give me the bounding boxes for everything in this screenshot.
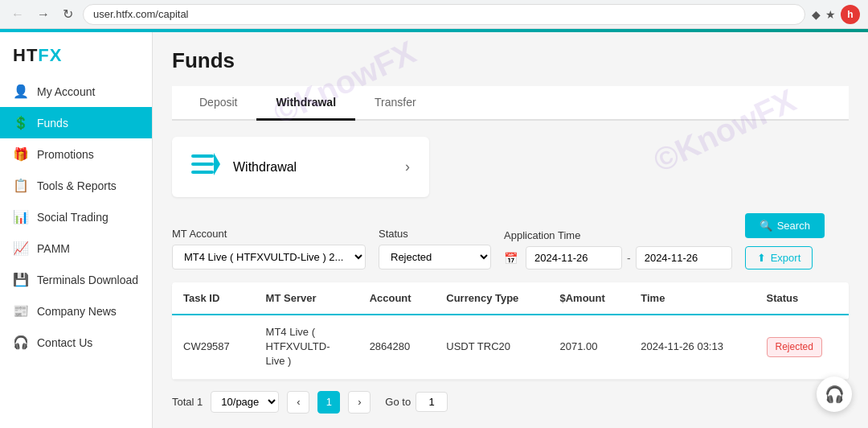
cell-mt-server: MT4 Live (HTFXVULTD-Live ) [255, 315, 358, 379]
sidebar-item-social-trading[interactable]: 📊 Social Trading [0, 201, 152, 233]
mt-account-filter: MT Account MT4 Live ( HTFXVULTD-Live ) 2… [172, 228, 366, 270]
goto-section: Go to [385, 392, 448, 412]
col-task-id: Task ID [172, 282, 255, 315]
sidebar-item-my-account[interactable]: 👤 My Account [0, 76, 152, 107]
reload-button[interactable]: ↻ [59, 3, 76, 25]
cell-time: 2024-11-26 03:13 [629, 315, 755, 379]
cell-amount: 2071.00 [548, 315, 629, 379]
withdrawal-card[interactable]: Withdrawal › [172, 137, 429, 197]
filter-row: MT Account MT4 Live ( HTFXVULTD-Live ) 2… [172, 213, 849, 270]
per-page-select[interactable]: 10/page [211, 391, 279, 413]
date-from-input[interactable] [526, 246, 622, 270]
forward-button[interactable]: → [34, 4, 53, 25]
sidebar-item-pamm[interactable]: 📈 PAMM [0, 233, 152, 264]
funds-icon: 💲 [13, 115, 29, 130]
svg-rect-0 [191, 154, 214, 158]
sidebar-item-funds[interactable]: 💲 Funds [0, 107, 152, 138]
prev-page-button[interactable]: ‹ [287, 391, 309, 414]
col-status: Status [755, 282, 849, 315]
avatar: h [841, 5, 860, 24]
status-label: Status [379, 228, 491, 240]
browser-actions: ◆ ★ h [812, 5, 860, 24]
date-to-input[interactable] [636, 246, 732, 270]
main-content: ©KnowFX ©KnowFX Funds Deposit Withdrawal… [153, 32, 868, 428]
sidebar: HTFX 👤 My Account 💲 Funds 🎁 Promotions 📋… [0, 32, 153, 428]
my-account-icon: 👤 [13, 84, 29, 99]
svg-rect-2 [191, 171, 214, 174]
cell-task-id: CW29587 [172, 315, 255, 379]
page-title: Funds [172, 48, 849, 73]
back-button[interactable]: ← [8, 4, 27, 25]
application-time-label: Application Time [504, 229, 732, 241]
table-row: CW29587 MT4 Live (HTFXVULTD-Live ) 28642… [172, 315, 849, 379]
social-trading-icon: 📊 [13, 209, 29, 224]
status-filter: Status Rejected [379, 228, 491, 270]
col-time: Time [629, 282, 755, 315]
date-range: 📅 - [504, 246, 732, 270]
export-icon: ⬆ [757, 252, 766, 264]
data-table-wrapper: Task ID MT Server Account Currency Type … [172, 282, 849, 380]
url-bar[interactable]: user.htfx.com/capital [83, 4, 805, 25]
tab-deposit[interactable]: Deposit [180, 86, 256, 121]
filter-actions: 🔍 Search ⬆ Export [745, 213, 825, 270]
promotions-icon: 🎁 [13, 146, 29, 162]
main-layout: HTFX 👤 My Account 💲 Funds 🎁 Promotions 📋… [0, 32, 868, 428]
company-news-icon: 📰 [13, 303, 29, 319]
goto-label: Go to [385, 396, 411, 408]
tabs-bar: Deposit Withdrawal Transfer [172, 86, 849, 121]
tab-transfer[interactable]: Transfer [355, 86, 436, 121]
next-page-button[interactable]: › [348, 391, 371, 414]
svg-rect-1 [191, 163, 214, 166]
data-table: Task ID MT Server Account Currency Type … [172, 282, 849, 380]
svg-marker-3 [214, 153, 220, 175]
withdrawal-card-icon [191, 153, 220, 181]
col-amount: $Amount [548, 282, 629, 315]
page-1-button[interactable]: 1 [317, 391, 340, 414]
tools-reports-icon: 📋 [13, 178, 29, 193]
sidebar-item-contact-us[interactable]: 🎧 Contact Us [0, 327, 152, 358]
total-label: Total 1 [172, 396, 203, 408]
mt-account-select[interactable]: MT4 Live ( HTFXVULTD-Live ) 2... [172, 245, 366, 270]
goto-input[interactable] [416, 392, 448, 412]
cell-status: Rejected [755, 315, 849, 379]
cell-account: 2864280 [358, 315, 436, 379]
search-button[interactable]: 🔍 Search [745, 213, 825, 238]
pagination-row: Total 1 10/page ‹ 1 › Go to [172, 380, 849, 425]
search-icon: 🔍 [760, 220, 772, 232]
terminals-download-icon: 💾 [13, 272, 29, 287]
col-account: Account [358, 282, 436, 315]
col-currency-type: Currency Type [435, 282, 548, 315]
status-select[interactable]: Rejected [379, 245, 491, 270]
content-inner: ©KnowFX ©KnowFX Funds Deposit Withdrawal… [172, 48, 849, 425]
pamm-icon: 📈 [13, 241, 29, 256]
withdrawal-card-label: Withdrawal [233, 160, 392, 175]
calendar-icon: 📅 [504, 252, 518, 265]
export-button[interactable]: ⬆ Export [745, 246, 813, 270]
sidebar-item-promotions[interactable]: 🎁 Promotions [0, 138, 152, 170]
sidebar-item-terminals-download[interactable]: 💾 Terminals Download [0, 264, 152, 295]
sidebar-item-tools-reports[interactable]: 📋 Tools & Reports [0, 170, 152, 201]
application-time-filter: Application Time 📅 - [504, 229, 732, 270]
browser-bar: ← → ↻ user.htfx.com/capital ◆ ★ h [0, 0, 868, 29]
date-separator: - [627, 252, 631, 265]
col-mt-server: MT Server [255, 282, 358, 315]
tab-withdrawal[interactable]: Withdrawal [256, 86, 355, 121]
mt-account-label: MT Account [172, 228, 366, 240]
sidebar-item-company-news[interactable]: 📰 Company News [0, 295, 152, 327]
contact-us-icon: 🎧 [13, 335, 29, 350]
table-header-row: Task ID MT Server Account Currency Type … [172, 282, 849, 315]
headset-button[interactable]: 🎧 [817, 377, 852, 412]
extensions-icon: ◆ [812, 8, 821, 21]
cell-currency-type: USDT TRC20 [435, 315, 548, 379]
logo: HTFX [0, 32, 152, 76]
bookmark-icon[interactable]: ★ [825, 8, 836, 21]
withdrawal-arrow-icon: › [405, 158, 410, 175]
status-badge: Rejected [767, 337, 822, 357]
